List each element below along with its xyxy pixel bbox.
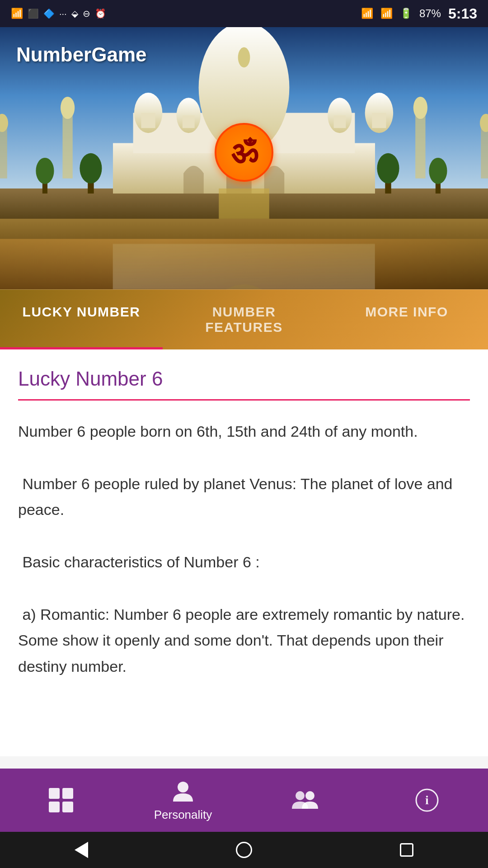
svg-point-32 [429, 158, 447, 184]
status-bar: 📶 ⬛ 🔷 ··· ⬙ ⊖ ⏰ 📶 📶 🔋 87% 5:13 [0, 0, 488, 27]
bottom-nav-group[interactable] [244, 783, 366, 817]
om-circle: ॐ [215, 123, 273, 182]
svg-point-8 [413, 97, 427, 119]
lucky-number-title: Lucky Number 6 [18, 368, 470, 390]
wifi-icon: 📶 [361, 8, 373, 19]
home-icon [236, 842, 252, 858]
app-icon-1: ⬛ [28, 8, 39, 19]
back-button[interactable] [68, 836, 95, 863]
battery-icon: 🔋 [400, 8, 412, 19]
alarm-icon: ⏰ [95, 8, 106, 19]
bottom-nav-grid[interactable] [0, 783, 122, 817]
svg-point-35 [296, 791, 305, 800]
svg-point-30 [36, 158, 54, 184]
status-bar-right: 📶 📶 🔋 87% 5:13 [361, 5, 477, 22]
battery-percent: 87% [419, 7, 441, 20]
svg-point-36 [305, 791, 314, 800]
notification-icons: 📶 ⬛ 🔷 ··· ⬙ ⊖ ⏰ [11, 8, 106, 19]
svg-rect-33 [219, 189, 269, 219]
svg-point-22 [238, 47, 250, 68]
grid-icon [49, 788, 73, 812]
svg-rect-16 [183, 115, 195, 128]
svg-point-26 [80, 153, 102, 184]
svg-point-34 [178, 782, 188, 793]
tab-number-features[interactable]: NUMBER FEATURES [163, 290, 325, 349]
recents-icon [400, 843, 413, 857]
personality-icon [171, 779, 195, 803]
svg-rect-14 [141, 113, 155, 128]
android-nav-bar [0, 832, 488, 868]
minus-icon: ⊖ [83, 8, 90, 19]
bt-icon: ⬙ [71, 8, 78, 19]
time-display: 5:13 [448, 5, 477, 22]
bluetooth-icon: 🔷 [43, 8, 55, 19]
home-button[interactable] [230, 836, 258, 863]
svg-rect-20 [372, 113, 386, 128]
svg-rect-18 [334, 115, 346, 128]
content-body: Number 6 people born on 6th, 15th and 24… [18, 419, 470, 680]
personality-label: Personality [154, 808, 212, 822]
om-symbol: ॐ [231, 137, 258, 168]
app-title: NumberGame [16, 43, 147, 66]
svg-point-28 [377, 153, 399, 184]
recents-button[interactable] [393, 836, 420, 863]
tab-lucky-number[interactable]: LUCKY NUMBER [0, 290, 163, 349]
title-divider [18, 399, 470, 401]
info-icon: i [415, 788, 439, 812]
sim-icon: 📶 [11, 8, 23, 19]
svg-text:i: i [425, 793, 429, 807]
group-icon [291, 788, 319, 812]
more-icon: ··· [59, 9, 67, 19]
signal-icon: 📶 [380, 8, 393, 19]
om-symbol-container: ॐ [215, 123, 273, 182]
svg-rect-23 [113, 244, 375, 289]
tab-more-info[interactable]: MORE INFO [325, 290, 488, 349]
tab-bar: LUCKY NUMBER NUMBER FEATURES MORE INFO [0, 289, 488, 349]
content-area: Lucky Number 6 Number 6 people born on 6… [0, 349, 488, 756]
status-bar-left: 📶 ⬛ 🔷 ··· ⬙ ⊖ ⏰ [11, 8, 106, 19]
back-icon [75, 842, 88, 858]
bottom-nav-info[interactable]: i [366, 783, 488, 817]
bottom-nav-personality[interactable]: Personality [122, 774, 244, 826]
hero-section: NumberGame ॐ [0, 27, 488, 289]
svg-point-4 [61, 97, 75, 119]
bottom-nav: Personality i [0, 769, 488, 832]
